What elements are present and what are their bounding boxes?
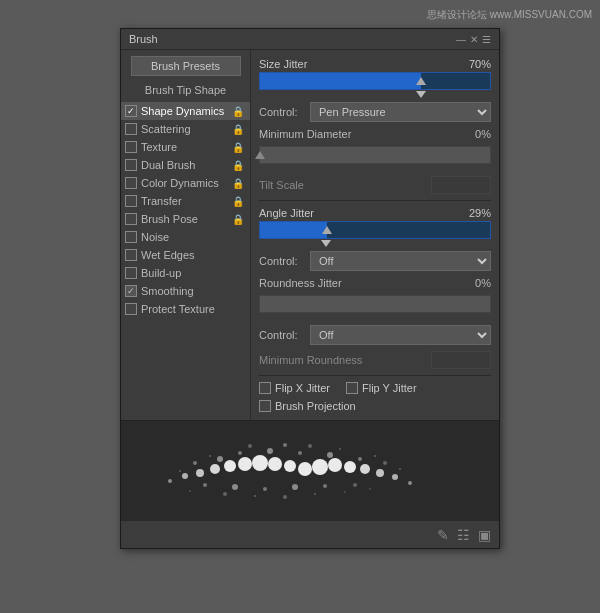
sidebar-item-wet-edges[interactable]: Wet Edges [121, 246, 250, 264]
svg-point-20 [267, 448, 273, 454]
lock-icon-transfer: 🔒 [232, 196, 244, 207]
checkbox-wet-edges[interactable] [125, 249, 137, 261]
size-jitter-slider[interactable] [259, 72, 491, 90]
minimize-icon[interactable]: — [456, 34, 466, 45]
svg-point-14 [376, 469, 384, 477]
svg-point-26 [232, 484, 238, 490]
checkbox-noise[interactable] [125, 231, 137, 243]
flip-checkboxes-row: Flip X Jitter Flip Y Jitter [259, 382, 491, 394]
svg-point-8 [284, 460, 296, 472]
flip-y-item[interactable]: Flip Y Jitter [346, 382, 417, 394]
roundness-jitter-value: 0% [461, 277, 491, 289]
checkbox-protect-texture[interactable] [125, 303, 137, 315]
svg-point-24 [383, 461, 387, 465]
sidebar-label-smoothing: Smoothing [141, 285, 194, 297]
checkbox-transfer[interactable] [125, 195, 137, 207]
roundness-jitter-label: Roundness Jitter [259, 277, 342, 289]
sidebar-item-shape-dynamics[interactable]: ✓ Shape Dynamics 🔒 [121, 102, 250, 120]
control-select-1[interactable]: Pen Pressure [310, 102, 491, 122]
angle-jitter-label: Angle Jitter [259, 207, 314, 219]
svg-point-9 [298, 462, 312, 476]
sidebar-item-color-dynamics[interactable]: Color Dynamics 🔒 [121, 174, 250, 192]
panel-title-bar: Brush — ✕ ☰ [121, 29, 499, 50]
checkbox-flip-y[interactable] [346, 382, 358, 394]
sidebar-label-noise: Noise [141, 231, 169, 243]
panel-title: Brush [129, 33, 158, 45]
checkbox-buildup[interactable] [125, 267, 137, 279]
sidebar-label-wet-edges: Wet Edges [141, 249, 195, 261]
roundness-control-row: Control: Off [259, 325, 491, 345]
tool-icon-3[interactable]: ▣ [478, 527, 491, 543]
min-roundness-row: Minimum Roundness [259, 351, 491, 369]
checkbox-scattering[interactable] [125, 123, 137, 135]
tool-icon-2[interactable]: ☷ [457, 527, 470, 543]
sidebar-item-brush-pose[interactable]: Brush Pose 🔒 [121, 210, 250, 228]
tool-icon-1[interactable]: ✎ [437, 527, 449, 543]
svg-point-4 [224, 460, 236, 472]
tilt-scale-row: Tilt Scale [259, 176, 491, 194]
flip-x-item[interactable]: Flip X Jitter [259, 382, 330, 394]
close-icon[interactable]: ✕ [470, 34, 478, 45]
sidebar-item-scattering[interactable]: Scattering 🔒 [121, 120, 250, 138]
sidebar-label-scattering: Scattering [141, 123, 191, 135]
svg-point-23 [358, 457, 362, 461]
control-select-2[interactable]: Off [310, 251, 491, 271]
checkbox-shape-dynamics[interactable]: ✓ [125, 105, 137, 117]
checkbox-texture[interactable] [125, 141, 137, 153]
sidebar-item-dual-brush[interactable]: Dual Brush 🔒 [121, 156, 250, 174]
tilt-scale-input[interactable] [431, 176, 491, 194]
content-area: Size Jitter 70% Control: Pen Pressure [251, 50, 499, 420]
checkbox-brush-projection[interactable] [259, 400, 271, 412]
sidebar-item-smoothing[interactable]: ✓ Smoothing [121, 282, 250, 300]
sidebar-label-transfer: Transfer [141, 195, 182, 207]
control-select-3[interactable]: Off [310, 325, 491, 345]
sidebar-item-buildup[interactable]: Build-up [121, 264, 250, 282]
flip-x-label: Flip X Jitter [275, 382, 330, 394]
brush-preview [121, 420, 499, 520]
min-diameter-row: Minimum Diameter 0% [259, 128, 491, 140]
svg-point-5 [238, 457, 252, 471]
min-diameter-value: 0% [461, 128, 491, 140]
svg-point-36 [339, 448, 341, 450]
roundness-jitter-slider[interactable] [259, 295, 491, 313]
svg-point-16 [408, 481, 412, 485]
svg-point-38 [399, 468, 401, 470]
menu-icon[interactable]: ☰ [482, 34, 491, 45]
angle-jitter-fill [260, 222, 327, 238]
checkbox-color-dynamics[interactable] [125, 177, 137, 189]
min-roundness-label: Minimum Roundness [259, 354, 362, 366]
svg-point-30 [353, 483, 357, 487]
svg-point-10 [312, 459, 328, 475]
checkbox-brush-pose[interactable] [125, 213, 137, 225]
svg-point-40 [223, 492, 227, 496]
sidebar-item-texture[interactable]: Texture 🔒 [121, 138, 250, 156]
svg-point-11 [328, 458, 342, 472]
flip-y-label: Flip Y Jitter [362, 382, 417, 394]
checkbox-flip-x[interactable] [259, 382, 271, 394]
svg-point-34 [283, 443, 287, 447]
sidebar-label-brush-pose: Brush Pose [141, 213, 198, 225]
panel-title-icons: — ✕ ☰ [456, 34, 491, 45]
sidebar: Brush Presets Brush Tip Shape ✓ Shape Dy… [121, 50, 251, 420]
sidebar-label-color-dynamics: Color Dynamics [141, 177, 219, 189]
svg-point-27 [263, 487, 267, 491]
min-roundness-input[interactable] [431, 351, 491, 369]
svg-point-7 [268, 457, 282, 471]
svg-point-25 [203, 483, 207, 487]
angle-jitter-slider[interactable] [259, 221, 491, 239]
sidebar-item-noise[interactable]: Noise [121, 228, 250, 246]
brush-projection-item[interactable]: Brush Projection [259, 400, 491, 412]
sidebar-item-protect-texture[interactable]: Protect Texture [121, 300, 250, 318]
angle-jitter-thumb [322, 226, 332, 234]
min-diameter-slider[interactable] [259, 146, 491, 164]
size-jitter-value: 70% [461, 58, 491, 70]
roundness-jitter-row: Roundness Jitter 0% [259, 277, 491, 289]
brush-presets-button[interactable]: Brush Presets [131, 56, 241, 76]
brush-panel: Brush — ✕ ☰ Brush Presets Brush Tip Shap… [120, 28, 500, 549]
svg-point-3 [210, 464, 220, 474]
checkbox-dual-brush[interactable] [125, 159, 137, 171]
checkbox-smoothing[interactable]: ✓ [125, 285, 137, 297]
sidebar-item-transfer[interactable]: Transfer 🔒 [121, 192, 250, 210]
min-diameter-label: Minimum Diameter [259, 128, 351, 140]
svg-point-44 [344, 491, 346, 493]
